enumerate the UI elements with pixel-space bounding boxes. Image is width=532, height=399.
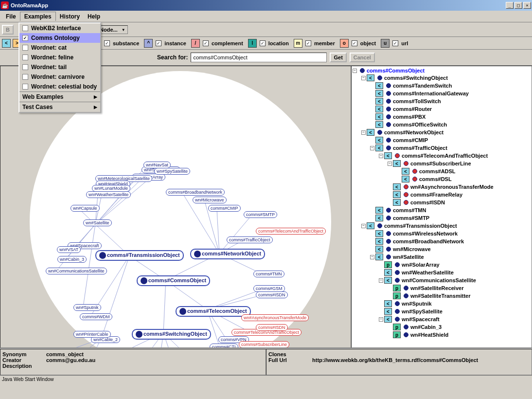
tree-toggle-icon[interactable]: −: [353, 69, 357, 73]
graph-node[interactable]: comms#CMIP: [208, 205, 241, 212]
graph-node[interactable]: comms#SubscriberLine: [239, 341, 289, 348]
tree-toggle-icon[interactable]: −: [379, 154, 383, 158]
relation-badge-url[interactable]: u: [381, 39, 390, 48]
tree-toggle-icon[interactable]: −: [379, 278, 383, 283]
relation-checkbox[interactable]: ✓: [104, 40, 110, 46]
relation-badge-complement[interactable]: /: [191, 39, 200, 48]
tree-node[interactable]: <comms#CMIP: [353, 136, 531, 144]
relation-badge-location[interactable]: l: [248, 39, 257, 48]
relation-badge-instance[interactable]: ^: [144, 39, 153, 48]
graph-node[interactable]: wn#PrinterCable: [73, 331, 111, 338]
graph-node[interactable]: wn#Cabin_3: [57, 256, 87, 263]
graph-node[interactable]: wn#Sputnik: [73, 304, 101, 311]
graph-node[interactable]: wn#WeatherSatellite: [86, 191, 131, 198]
graph-node[interactable]: comms#SwitchingObject: [132, 329, 211, 340]
graph-node[interactable]: comms#BroadbandNetwork: [166, 189, 225, 196]
tree-node[interactable]: <comms#PBX: [353, 113, 531, 121]
graph-node[interactable]: comms#TrafficObject: [227, 236, 273, 243]
tree-node[interactable]: <wn#SpySatellite: [353, 308, 531, 315]
tree-node[interactable]: −<comms#TrafficObject: [353, 144, 531, 152]
menu-file[interactable]: File: [2, 12, 20, 21]
minimize-button[interactable]: _: [506, 2, 514, 9]
dropdown-item[interactable]: Wordnet: feline: [19, 53, 100, 62]
graph-node[interactable]: wn#Microwave: [193, 197, 227, 203]
tree-toggle-icon[interactable]: −: [379, 317, 383, 322]
graph-node[interactable]: comms#TMN: [253, 271, 284, 277]
tree-node[interactable]: <comms#DSL: [353, 175, 531, 183]
graph-node[interactable]: comms#ISDN: [256, 291, 288, 298]
tree-node[interactable]: −<comms#SubscriberLine: [353, 160, 531, 167]
relation-checkbox[interactable]: ✓: [305, 40, 311, 46]
tree-node[interactable]: <comms#ADSL: [353, 167, 531, 175]
relation-badge-subtype[interactable]: <: [2, 39, 11, 48]
tree-node[interactable]: <comms#Router: [353, 105, 531, 113]
tree-node[interactable]: −<wn#Satellite: [353, 253, 531, 261]
tree-node[interactable]: −<comms#SwitchingObject: [353, 74, 531, 82]
tree-node[interactable]: <comms#ISDN: [353, 199, 531, 206]
relation-checkbox[interactable]: ✓: [260, 40, 266, 46]
graph-node[interactable]: comms#TelecomObject: [176, 306, 251, 317]
graph-node[interactable]: comms#NetworkObject: [190, 249, 265, 259]
dropdown-item[interactable]: Wordnet: tail: [19, 62, 100, 72]
menu-examples[interactable]: Examples: [20, 12, 56, 21]
relation-checkbox[interactable]: ✓: [352, 40, 357, 46]
tree-node[interactable]: −<wn#Spacecraft: [353, 315, 531, 323]
menu-history[interactable]: History: [56, 12, 84, 21]
tree-node[interactable]: −<comms#TransmissionObject: [353, 222, 531, 230]
graph-node[interactable]: comms#SMTP: [244, 211, 277, 218]
tree-node[interactable]: −<wn#CommunicationsSatellite: [353, 276, 531, 284]
cancel-button[interactable]: Cancel: [350, 53, 375, 62]
tree-toggle-icon[interactable]: −: [370, 255, 374, 259]
back-button[interactable]: B: [2, 25, 14, 35]
tree-node[interactable]: <comms#OfficeSwitch: [353, 121, 531, 128]
menu-help[interactable]: Help: [84, 12, 104, 21]
tree-node[interactable]: −<comms#NetworkObject: [353, 128, 531, 136]
tree-node[interactable]: −comms#CommsObject: [353, 67, 531, 74]
dropdown-submenu[interactable]: Test Cases▶: [19, 102, 100, 112]
graph-node[interactable]: wn#NavSat: [143, 162, 171, 168]
dropdown-submenu[interactable]: Web Examples▶: [19, 91, 100, 102]
tree-node[interactable]: <comms#TMN: [353, 206, 531, 214]
graph-node[interactable]: wn#Satellite: [83, 219, 112, 226]
graph-node[interactable]: comms#CommsObject: [137, 275, 210, 286]
dropdown-item[interactable]: Wordnet: celestial body: [19, 82, 100, 91]
get-button[interactable]: Get: [330, 53, 346, 62]
dropdown-item[interactable]: Wordnet: cat: [19, 43, 100, 53]
graph-node[interactable]: comms#GSM: [253, 285, 285, 292]
tree-node[interactable]: pwn#SolarArray: [353, 261, 531, 269]
tree-pane[interactable]: −comms#CommsObject−<comms#SwitchingObjec…: [351, 66, 532, 348]
tree-node[interactable]: −<comms#TelecomAndTrafficObject: [353, 152, 531, 160]
graph-node[interactable]: comms#TelecomAndTrafficObject: [256, 228, 326, 235]
close-button[interactable]: ×: [523, 2, 531, 9]
maximize-button[interactable]: □: [514, 2, 522, 9]
tree-node[interactable]: <comms#FrameRelay: [353, 191, 531, 199]
graph-node[interactable]: wn#AsynchronousTransferMode: [241, 314, 309, 321]
tree-node[interactable]: <comms#InternationalGateway: [353, 90, 531, 97]
tree-node[interactable]: <comms#TandemSwitch: [353, 82, 531, 90]
tree-toggle-icon[interactable]: −: [361, 76, 366, 80]
tree-node[interactable]: <wn#AsynchronousTransferMode: [353, 183, 531, 191]
graph-node[interactable]: comms#TransmissionObject: [95, 250, 184, 261]
graph-node[interactable]: wn#VSAT: [57, 246, 81, 253]
tree-node[interactable]: <wn#Sputnik: [353, 300, 531, 308]
relation-checkbox[interactable]: ✓: [156, 40, 161, 46]
tree-node[interactable]: <comms#BroadbandNetwork: [353, 237, 531, 245]
tree-node[interactable]: <wn#Microwave: [353, 245, 531, 253]
search-input[interactable]: [191, 53, 327, 62]
dropdown-item[interactable]: ✓Comms Ontology: [19, 33, 100, 43]
tree-node[interactable]: pwn#SatelliteTransmitter: [353, 292, 531, 300]
tree-toggle-icon[interactable]: −: [370, 146, 374, 150]
relation-checkbox[interactable]: ✓: [392, 40, 398, 46]
relation-badge-member[interactable]: m: [294, 39, 302, 48]
tree-node[interactable]: <comms#TollSwitch: [353, 97, 531, 105]
tree-toggle-icon[interactable]: −: [361, 130, 366, 135]
graph-node[interactable]: comms#WDM: [80, 313, 112, 320]
relation-badge-object[interactable]: o: [340, 39, 349, 48]
tree-toggle-icon[interactable]: −: [388, 162, 392, 166]
tree-toggle-icon[interactable]: −: [361, 224, 366, 228]
tree-node[interactable]: <comms#WirelessNetwork: [353, 230, 531, 237]
tree-node[interactable]: pwn#SatelliteReceiver: [353, 284, 531, 292]
tree-node[interactable]: <comms#SMTP: [353, 214, 531, 222]
dropdown-item[interactable]: WebKB2 Interface: [19, 23, 100, 33]
graph-node[interactable]: wn#Capsule: [71, 205, 100, 212]
